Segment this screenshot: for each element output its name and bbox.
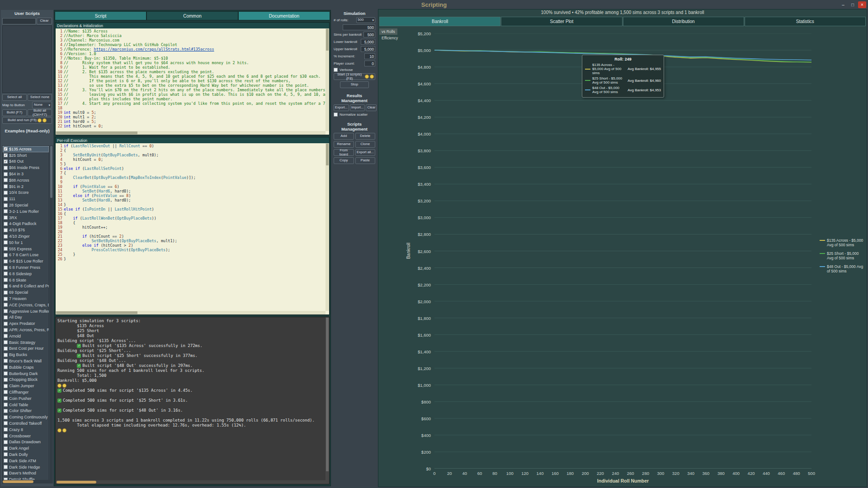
example-checkbox[interactable] (4, 378, 8, 382)
example-item[interactable]: 4-Digit Padlock (3, 221, 49, 227)
example-checkbox[interactable]: ✓ (4, 153, 8, 157)
example-checkbox[interactable] (4, 465, 8, 469)
clear-results-button[interactable]: Clear (366, 104, 377, 111)
rename-script-button[interactable]: Rename (334, 141, 354, 148)
tab-script[interactable]: Script (55, 11, 146, 20)
example-checkbox[interactable]: ✓ (4, 147, 8, 151)
example-checkbox[interactable] (4, 266, 8, 270)
example-item[interactable]: 50 for 1 (3, 239, 49, 246)
example-item[interactable]: 3-2-1 Low Roller (3, 208, 49, 215)
example-checkbox[interactable] (4, 421, 8, 425)
example-checkbox[interactable] (4, 228, 8, 232)
example-checkbox[interactable] (4, 440, 8, 444)
tab-documentation[interactable]: Documentation (238, 11, 330, 20)
console-vertical-scrollbar[interactable] (326, 317, 329, 484)
build-and-run-button[interactable]: Build and run (F5) (2, 117, 52, 124)
tab-distribution[interactable]: Distribution (623, 17, 744, 26)
example-item[interactable]: Crossbower (3, 433, 49, 439)
example-checkbox[interactable] (4, 409, 8, 413)
scrollbar-thumb[interactable] (50, 146, 52, 198)
example-checkbox[interactable] (4, 446, 8, 450)
scrollbar-thumb[interactable] (326, 29, 329, 51)
example-item[interactable]: $64 in 3 (3, 171, 49, 177)
lower-bankroll-input[interactable] (361, 39, 375, 45)
example-item[interactable]: Claim Jumper (3, 383, 49, 389)
tab-efficiency[interactable]: Efficiency (379, 35, 400, 41)
example-item[interactable]: Coin Pusher (3, 395, 49, 402)
example-item[interactable]: Basic Strategy (3, 339, 49, 346)
example-item[interactable]: Dark Dolly (3, 451, 49, 458)
example-checkbox[interactable] (4, 247, 8, 251)
example-item[interactable]: 111 (3, 196, 49, 202)
plot-area[interactable] (434, 33, 811, 469)
example-checkbox[interactable] (4, 178, 8, 182)
normalize-scatter-checkbox[interactable] (334, 113, 338, 117)
editor-vertical-scrollbar[interactable] (326, 28, 329, 131)
example-checkbox[interactable] (4, 427, 8, 432)
example-checkbox[interactable] (4, 209, 8, 213)
tab-common[interactable]: Common (146, 11, 238, 20)
rolls-spinner[interactable]: 500 ▾ (356, 17, 375, 23)
example-item[interactable]: 555 Express (3, 246, 49, 252)
example-item[interactable]: Bubble Craps (3, 364, 49, 371)
example-item[interactable]: Apex Predator (3, 320, 49, 327)
example-item[interactable]: Chopping Block (3, 376, 49, 383)
rolls-value-input[interactable] (343, 24, 375, 30)
close-icon[interactable]: × (858, 1, 866, 8)
example-item[interactable]: Coming Continuously (3, 414, 49, 420)
example-item[interactable]: Big Bucks (3, 352, 49, 358)
example-checkbox[interactable] (4, 272, 8, 276)
example-checkbox[interactable] (4, 303, 8, 307)
example-item[interactable]: Butterburg Dark (3, 371, 49, 377)
example-item[interactable]: $91 in 2 (3, 183, 49, 190)
example-checkbox[interactable] (4, 365, 8, 369)
example-checkbox[interactable] (4, 297, 8, 301)
from-board-button[interactable]: From board (334, 149, 354, 156)
minimize-icon[interactable]: – (839, 1, 847, 8)
delete-script-button[interactable]: Delete (355, 133, 376, 140)
example-item[interactable]: 6-8 $15 Low Roller (3, 258, 49, 264)
example-checkbox[interactable]: ✓ (4, 160, 8, 164)
example-item[interactable]: ACE (Across, Craps, Eleven) (3, 302, 49, 308)
example-item[interactable]: Cliffhanger (3, 389, 49, 395)
clone-script-button[interactable]: Clone (355, 141, 376, 148)
upper-bankroll-input[interactable] (361, 46, 375, 52)
example-checkbox[interactable] (4, 184, 8, 188)
example-checkbox[interactable] (4, 340, 8, 344)
examples-list[interactable]: ✓$135 Across✓$25 Short✓$48 Out$66 Inside… (2, 145, 49, 483)
example-item[interactable]: Controlled Takeoff (3, 420, 49, 427)
example-item[interactable]: Dave's Method (3, 470, 49, 476)
scrollbar-thumb[interactable] (56, 311, 137, 314)
example-checkbox[interactable] (4, 172, 8, 176)
sims-per-bankroll-input[interactable] (363, 32, 375, 38)
example-checkbox[interactable] (4, 197, 8, 201)
example-item[interactable]: Crazy 8 (3, 427, 49, 433)
paste-script-button[interactable]: Paste (355, 157, 376, 164)
example-checkbox[interactable] (4, 235, 8, 239)
example-checkbox[interactable] (4, 291, 8, 295)
example-item[interactable]: ✓$135 Across (3, 146, 49, 152)
example-item[interactable]: All Day (3, 314, 49, 321)
export-all-button[interactable]: Export all... (355, 149, 376, 156)
maximize-icon[interactable]: □ (849, 1, 857, 8)
example-checkbox[interactable] (4, 222, 8, 226)
example-item[interactable]: 6 and 8 Collect and Press (3, 283, 49, 290)
scrollbar-thumb[interactable] (326, 318, 329, 471)
select-all-button[interactable]: Select all (2, 94, 27, 101)
scrollbar-thumb[interactable] (56, 131, 137, 134)
editor-horizontal-scrollbar[interactable] (56, 131, 326, 135)
example-item[interactable]: 28 Special (3, 202, 49, 208)
example-item[interactable]: 4/10 $76 (3, 227, 49, 233)
tab-vs-rolls[interactable]: vs Rolls (379, 28, 397, 35)
example-checkbox[interactable] (4, 240, 8, 244)
increment-input[interactable] (364, 53, 375, 59)
build-output-console[interactable]: Starting simulation for 3 scripts: $135 … (55, 317, 330, 484)
example-item[interactable]: $66 Inside Press (3, 164, 49, 171)
example-item[interactable]: 10/4 Score (3, 190, 49, 196)
example-item[interactable]: Dark Angel (3, 445, 49, 451)
example-checkbox[interactable] (4, 459, 8, 463)
example-item[interactable]: 7 Heaven (3, 296, 49, 302)
example-item[interactable]: Best Cost per Hour (3, 346, 49, 352)
example-checkbox[interactable] (4, 371, 8, 375)
example-checkbox[interactable] (4, 203, 8, 207)
